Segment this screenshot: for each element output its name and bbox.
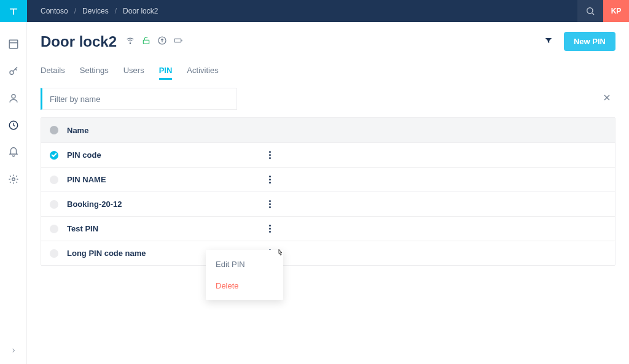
tab-users[interactable]: Users bbox=[123, 62, 144, 79]
row-name: Booking-20-12 bbox=[67, 199, 264, 209]
more-icon[interactable] bbox=[264, 200, 276, 208]
svg-point-4 bbox=[12, 178, 15, 181]
battery-icon bbox=[173, 36, 183, 48]
select-all[interactable] bbox=[50, 126, 58, 134]
sidebar bbox=[0, 0, 27, 364]
svg-point-5 bbox=[587, 8, 593, 14]
table-row[interactable]: PIN code bbox=[41, 142, 615, 167]
table-row[interactable]: Booking-20-12 bbox=[41, 192, 615, 216]
upload-icon bbox=[157, 36, 167, 48]
tab-settings[interactable]: Settings bbox=[80, 62, 109, 79]
expand-sidebar-icon[interactable] bbox=[0, 347, 26, 354]
sidebar-nav bbox=[7, 38, 20, 185]
row-status-icon[interactable] bbox=[50, 151, 58, 160]
filter-input[interactable] bbox=[41, 88, 237, 110]
table-row[interactable]: Long PIN code name bbox=[41, 241, 615, 265]
bell-icon[interactable] bbox=[7, 146, 20, 158]
breadcrumb-sep: / bbox=[115, 7, 117, 15]
page-header: Door lock2 New PIN bbox=[41, 32, 615, 51]
breadcrumb-sep: / bbox=[74, 7, 76, 15]
breadcrumb: Contoso / Devices / Door lock2 bbox=[27, 7, 158, 15]
col-name[interactable]: Name bbox=[67, 126, 264, 135]
tab-activities[interactable]: Activities bbox=[187, 62, 218, 79]
breadcrumb-item[interactable]: Devices bbox=[82, 7, 109, 15]
breadcrumb-item[interactable]: Contoso bbox=[41, 7, 68, 15]
key-icon[interactable] bbox=[7, 65, 20, 77]
close-icon[interactable] bbox=[598, 89, 615, 109]
row-status-icon[interactable] bbox=[50, 200, 58, 209]
lock-open-icon bbox=[141, 36, 151, 48]
pin-table: Name PIN code PIN NAME Booking-20-12 Tes… bbox=[41, 117, 615, 266]
row-status-icon[interactable] bbox=[50, 249, 58, 258]
row-name: PIN code bbox=[67, 150, 264, 160]
row-status-icon[interactable] bbox=[50, 225, 58, 233]
table-row[interactable]: PIN NAME bbox=[41, 167, 615, 192]
table-row[interactable]: Test PIN bbox=[41, 216, 615, 241]
brand-logo[interactable] bbox=[0, 0, 27, 22]
svg-rect-7 bbox=[143, 40, 149, 44]
clock-icon[interactable] bbox=[7, 119, 20, 131]
avatar[interactable]: KP bbox=[603, 0, 629, 22]
tabs: Details Settings Users PIN Activities bbox=[41, 62, 615, 79]
svg-point-2 bbox=[12, 95, 15, 98]
topbar: Contoso / Devices / Door lock2 KP bbox=[27, 0, 629, 22]
row-name: Test PIN bbox=[67, 224, 264, 233]
filter-row bbox=[41, 88, 615, 110]
more-icon[interactable] bbox=[264, 176, 276, 184]
wifi-icon bbox=[125, 36, 135, 48]
tab-details[interactable]: Details bbox=[41, 62, 65, 79]
row-name: PIN NAME bbox=[67, 175, 264, 184]
row-context-menu: Edit PIN Delete bbox=[206, 250, 283, 300]
tab-pin[interactable]: PIN bbox=[159, 62, 173, 79]
svg-rect-9 bbox=[174, 39, 181, 42]
more-icon[interactable] bbox=[264, 151, 276, 159]
search-icon[interactable] bbox=[577, 0, 603, 22]
page-title: Door lock2 bbox=[41, 33, 117, 50]
table-header: Name bbox=[41, 118, 615, 142]
dashboard-icon[interactable] bbox=[7, 38, 20, 50]
filter-icon[interactable] bbox=[544, 36, 553, 47]
menu-delete[interactable]: Delete bbox=[206, 275, 283, 296]
pointer-cursor-icon bbox=[275, 248, 285, 261]
menu-edit-pin[interactable]: Edit PIN bbox=[206, 254, 283, 275]
svg-rect-0 bbox=[9, 40, 18, 48]
breadcrumb-item[interactable]: Door lock2 bbox=[123, 7, 158, 15]
row-status-icon[interactable] bbox=[50, 176, 58, 184]
new-pin-button[interactable]: New PIN bbox=[564, 32, 615, 51]
more-icon[interactable] bbox=[264, 225, 276, 233]
main: Door lock2 New PIN Details Settings User… bbox=[27, 22, 629, 364]
device-status-icons bbox=[125, 36, 183, 48]
gear-icon[interactable] bbox=[7, 173, 20, 185]
svg-point-6 bbox=[130, 43, 130, 44]
user-icon[interactable] bbox=[7, 92, 20, 104]
